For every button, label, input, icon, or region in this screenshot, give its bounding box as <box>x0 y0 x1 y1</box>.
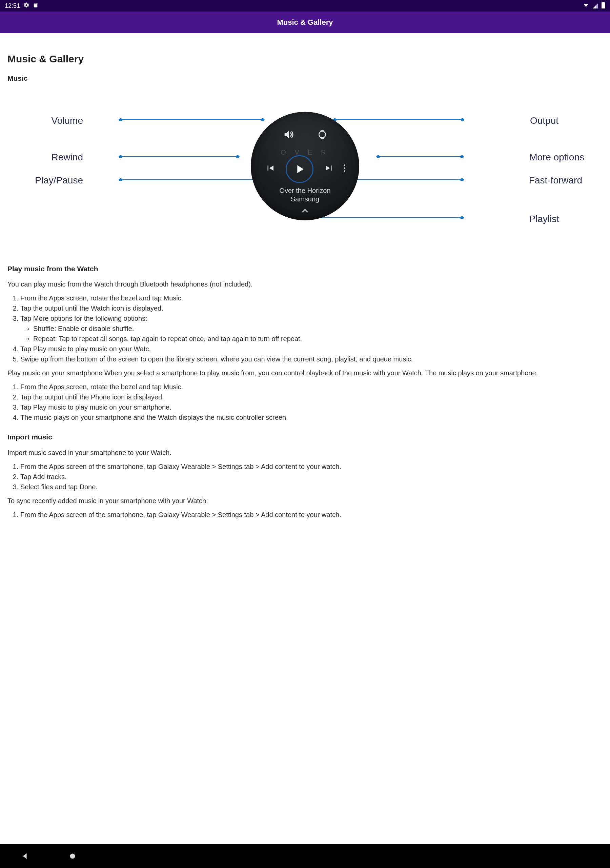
svg-point-23 <box>70 854 75 859</box>
list-item: Tap the output until the Phone icon is d… <box>20 393 602 402</box>
watch-music-diagram: Volume Rewind Play/Pause Output More opt… <box>8 91 602 254</box>
heading-play-from-watch: Play music from the Watch <box>8 264 602 274</box>
wifi-icon <box>582 2 589 9</box>
svg-rect-0 <box>602 2 605 8</box>
list-item: From the Apps screen, rotate the bezel a… <box>20 383 602 392</box>
list-item-text: Tap More options for the following optio… <box>20 315 147 322</box>
label-more-options: More options <box>529 151 584 164</box>
volume-icon <box>283 129 294 143</box>
label-rewind: Rewind <box>29 151 83 164</box>
song-artist: Samsung <box>251 195 359 203</box>
svg-point-10 <box>119 178 122 181</box>
list-item: Repeat: Tap to repeat all songs, tap aga… <box>33 334 602 344</box>
label-volume: Volume <box>29 114 83 127</box>
list-item: Tap Add tracks. <box>20 472 602 482</box>
song-title: Over the Horizon <box>251 186 359 195</box>
svg-point-8 <box>119 155 122 158</box>
label-playlist: Playlist <box>529 212 559 225</box>
heading-import-music: Import music <box>8 432 602 442</box>
list-import-music: From the Apps screen of the smartphone, … <box>20 462 602 491</box>
svg-point-22 <box>344 170 345 172</box>
label-output: Output <box>530 114 559 127</box>
list-item: Select files and tap Done. <box>20 482 602 491</box>
battery-icon <box>601 2 605 10</box>
rewind-icon <box>264 163 276 175</box>
app-bar-title: Music & Gallery <box>277 18 333 27</box>
label-fast-forward: Fast-forward <box>529 174 582 187</box>
android-nav-bar <box>0 844 610 868</box>
list-item: Shuffle: Enable or disable shuffle. <box>33 324 602 333</box>
para-import-music: Import music saved in your smartphone to… <box>8 448 602 457</box>
list-item: Swipe up from the bottom of the screen t… <box>20 355 602 364</box>
list-item: Tap Play music to play music on your Wat… <box>20 344 602 353</box>
list-play-from-phone: From the Apps screen, rotate the bezel a… <box>20 383 602 422</box>
watch-face: O V E R Over the Horizon Samsung <box>251 112 359 220</box>
list-item: Tap the output until the Watch icon is d… <box>20 304 602 313</box>
para-play-from-watch: You can play music from the Watch throug… <box>8 280 602 289</box>
page-content[interactable]: Music & Gallery Music <box>0 33 610 844</box>
svg-point-21 <box>344 167 345 169</box>
fast-forward-icon <box>323 163 335 175</box>
svg-point-6 <box>119 118 122 121</box>
home-button[interactable] <box>66 849 79 863</box>
page-title: Music & Gallery <box>8 52 602 66</box>
svg-point-9 <box>235 155 239 158</box>
cell-signal-icon <box>593 3 598 8</box>
list-item: Tap More options for the following optio… <box>20 314 602 344</box>
svg-point-7 <box>261 118 264 121</box>
list-item: From the Apps screen of the smartphone, … <box>20 462 602 471</box>
output-watch-icon <box>317 129 327 143</box>
para-sync-music: To sync recently added music in your sma… <box>8 496 602 505</box>
list-sync-music: From the Apps screen of the smartphone, … <box>20 510 602 519</box>
svg-point-16 <box>460 178 464 181</box>
label-play-pause: Play/Pause <box>13 174 83 187</box>
android-status-bar: 12:51 <box>0 0 610 11</box>
svg-point-13 <box>376 155 380 158</box>
svg-point-20 <box>344 164 345 166</box>
section-music-heading: Music <box>8 74 602 83</box>
gear-icon <box>23 2 29 10</box>
svg-point-19 <box>319 131 325 138</box>
list-item: From the Apps screen of the smartphone, … <box>20 510 602 519</box>
list-item: Tap Play music to play music on your sma… <box>20 403 602 412</box>
play-pause-icon <box>286 155 313 183</box>
svg-point-12 <box>461 118 464 121</box>
chevron-up-icon <box>251 208 359 215</box>
more-options-icon <box>343 164 346 175</box>
app-bar: Music & Gallery <box>0 11 610 33</box>
list-item: The music plays on your smartphone and t… <box>20 413 602 422</box>
list-play-from-watch: From the Apps screen, rotate the bezel a… <box>20 294 602 364</box>
svg-rect-1 <box>602 2 604 3</box>
sublist-more-options: Shuffle: Enable or disable shuffle. Repe… <box>33 324 602 344</box>
status-time: 12:51 <box>5 2 20 9</box>
svg-point-14 <box>460 155 464 158</box>
back-button[interactable] <box>18 849 32 863</box>
sd-card-icon <box>33 2 38 10</box>
list-item: From the Apps screen, rotate the bezel a… <box>20 294 602 303</box>
svg-point-18 <box>460 216 464 219</box>
para-play-from-phone: Play music on your smartphone When you s… <box>8 369 602 378</box>
